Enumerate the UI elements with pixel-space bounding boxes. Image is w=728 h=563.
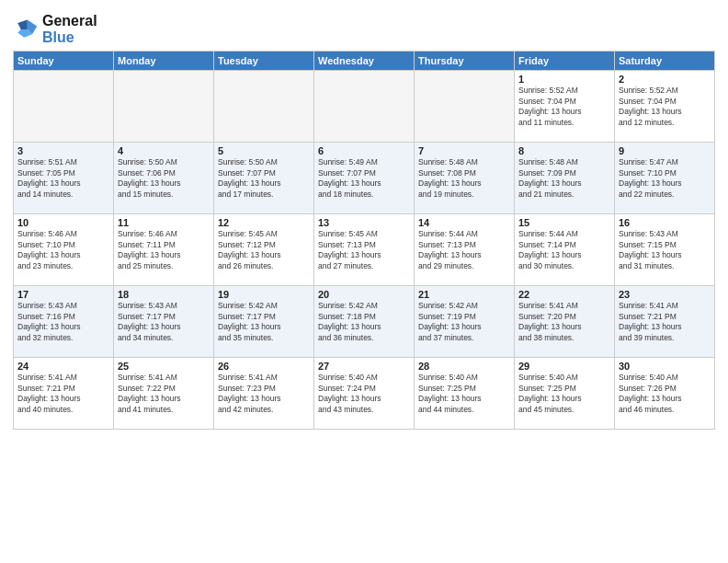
- day-info: Sunrise: 5:42 AM Sunset: 7:17 PM Dayligh…: [218, 301, 310, 343]
- day-info: Sunrise: 5:47 AM Sunset: 7:10 PM Dayligh…: [619, 157, 711, 200]
- day-info: Sunrise: 5:40 AM Sunset: 7:25 PM Dayligh…: [518, 373, 610, 415]
- calendar-cell: 14Sunrise: 5:44 AM Sunset: 7:13 PM Dayli…: [415, 214, 515, 286]
- calendar-cell: 4Sunrise: 5:50 AM Sunset: 7:06 PM Daylig…: [114, 143, 214, 214]
- day-number: 28: [418, 361, 510, 372]
- day-info: Sunrise: 5:48 AM Sunset: 7:09 PM Dayligh…: [518, 157, 610, 200]
- day-info: Sunrise: 5:42 AM Sunset: 7:18 PM Dayligh…: [318, 301, 410, 343]
- day-number: 26: [218, 361, 310, 372]
- calendar-cell: 9Sunrise: 5:47 AM Sunset: 7:10 PM Daylig…: [615, 143, 715, 214]
- calendar-cell: [14, 71, 114, 143]
- calendar-cell: 25Sunrise: 5:41 AM Sunset: 7:22 PM Dayli…: [114, 358, 214, 430]
- day-info: Sunrise: 5:41 AM Sunset: 7:21 PM Dayligh…: [619, 301, 711, 343]
- calendar-cell: 6Sunrise: 5:49 AM Sunset: 7:07 PM Daylig…: [314, 143, 415, 214]
- day-info: Sunrise: 5:43 AM Sunset: 7:16 PM Dayligh…: [17, 301, 109, 343]
- calendar-cell: 13Sunrise: 5:45 AM Sunset: 7:13 PM Dayli…: [314, 214, 415, 286]
- calendar-cell: 28Sunrise: 5:40 AM Sunset: 7:25 PM Dayli…: [415, 358, 515, 430]
- week-row-3: 17Sunrise: 5:43 AM Sunset: 7:16 PM Dayli…: [14, 286, 715, 358]
- day-number: 3: [17, 145, 109, 156]
- day-info: Sunrise: 5:48 AM Sunset: 7:08 PM Dayligh…: [418, 157, 510, 200]
- day-number: 4: [118, 145, 210, 156]
- calendar-cell: [415, 71, 515, 143]
- day-number: 2: [619, 74, 711, 85]
- calendar-cell: 27Sunrise: 5:40 AM Sunset: 7:24 PM Dayli…: [314, 358, 415, 430]
- day-number: 23: [619, 289, 711, 300]
- day-number: 24: [17, 361, 109, 372]
- calendar-cell: 17Sunrise: 5:43 AM Sunset: 7:16 PM Dayli…: [14, 286, 114, 358]
- calendar-cell: 1Sunrise: 5:52 AM Sunset: 7:04 PM Daylig…: [515, 71, 615, 143]
- day-info: Sunrise: 5:52 AM Sunset: 7:04 PM Dayligh…: [619, 86, 711, 128]
- day-number: 22: [518, 289, 610, 300]
- day-info: Sunrise: 5:51 AM Sunset: 7:05 PM Dayligh…: [17, 157, 109, 200]
- day-info: Sunrise: 5:46 AM Sunset: 7:11 PM Dayligh…: [118, 229, 210, 271]
- calendar-cell: 8Sunrise: 5:48 AM Sunset: 7:09 PM Daylig…: [515, 143, 615, 214]
- calendar-table: SundayMondayTuesdayWednesdayThursdayFrid…: [13, 51, 715, 430]
- day-info: Sunrise: 5:44 AM Sunset: 7:13 PM Dayligh…: [418, 229, 510, 271]
- day-info: Sunrise: 5:41 AM Sunset: 7:20 PM Dayligh…: [518, 301, 610, 343]
- header-cell-wednesday: Wednesday: [314, 52, 415, 71]
- calendar-cell: [214, 71, 314, 143]
- week-row-1: 3Sunrise: 5:51 AM Sunset: 7:05 PM Daylig…: [14, 143, 715, 214]
- day-info: Sunrise: 5:40 AM Sunset: 7:26 PM Dayligh…: [619, 373, 711, 415]
- calendar-cell: 24Sunrise: 5:41 AM Sunset: 7:21 PM Dayli…: [14, 358, 114, 430]
- logo-text: General Blue: [42, 13, 97, 45]
- calendar-cell: 15Sunrise: 5:44 AM Sunset: 7:14 PM Dayli…: [515, 214, 615, 286]
- header-cell-sunday: Sunday: [14, 52, 114, 71]
- day-info: Sunrise: 5:45 AM Sunset: 7:13 PM Dayligh…: [318, 229, 410, 271]
- calendar-cell: [114, 71, 214, 143]
- week-row-2: 10Sunrise: 5:46 AM Sunset: 7:10 PM Dayli…: [14, 214, 715, 286]
- week-row-0: 1Sunrise: 5:52 AM Sunset: 7:04 PM Daylig…: [14, 71, 715, 143]
- header-area: General Blue: [13, 9, 715, 45]
- calendar-body: 1Sunrise: 5:52 AM Sunset: 7:04 PM Daylig…: [14, 71, 715, 430]
- day-number: 14: [418, 217, 510, 228]
- calendar-cell: 18Sunrise: 5:43 AM Sunset: 7:17 PM Dayli…: [114, 286, 214, 358]
- day-number: 11: [118, 217, 210, 228]
- header-cell-thursday: Thursday: [415, 52, 515, 71]
- week-row-4: 24Sunrise: 5:41 AM Sunset: 7:21 PM Dayli…: [14, 358, 715, 430]
- day-info: Sunrise: 5:52 AM Sunset: 7:04 PM Dayligh…: [518, 86, 610, 128]
- day-number: 7: [418, 145, 510, 156]
- day-number: 19: [218, 289, 310, 300]
- day-number: 30: [619, 361, 711, 372]
- day-number: 21: [418, 289, 510, 300]
- calendar-cell: 29Sunrise: 5:40 AM Sunset: 7:25 PM Dayli…: [515, 358, 615, 430]
- header-cell-tuesday: Tuesday: [214, 52, 314, 71]
- day-info: Sunrise: 5:49 AM Sunset: 7:07 PM Dayligh…: [318, 157, 410, 200]
- calendar-header-row: SundayMondayTuesdayWednesdayThursdayFrid…: [14, 52, 715, 71]
- calendar-cell: 7Sunrise: 5:48 AM Sunset: 7:08 PM Daylig…: [415, 143, 515, 214]
- day-info: Sunrise: 5:45 AM Sunset: 7:12 PM Dayligh…: [218, 229, 310, 271]
- calendar-cell: 12Sunrise: 5:45 AM Sunset: 7:12 PM Dayli…: [214, 214, 314, 286]
- day-number: 13: [318, 217, 410, 228]
- day-info: Sunrise: 5:41 AM Sunset: 7:21 PM Dayligh…: [17, 373, 109, 415]
- day-info: Sunrise: 5:41 AM Sunset: 7:22 PM Dayligh…: [118, 373, 210, 415]
- day-number: 20: [318, 289, 410, 300]
- calendar-cell: 10Sunrise: 5:46 AM Sunset: 7:10 PM Dayli…: [14, 214, 114, 286]
- day-number: 10: [17, 217, 109, 228]
- calendar-cell: 23Sunrise: 5:41 AM Sunset: 7:21 PM Dayli…: [615, 286, 715, 358]
- day-info: Sunrise: 5:43 AM Sunset: 7:17 PM Dayligh…: [118, 301, 210, 343]
- calendar-cell: 3Sunrise: 5:51 AM Sunset: 7:05 PM Daylig…: [14, 143, 114, 214]
- calendar-cell: 21Sunrise: 5:42 AM Sunset: 7:19 PM Dayli…: [415, 286, 515, 358]
- day-info: Sunrise: 5:44 AM Sunset: 7:14 PM Dayligh…: [518, 229, 610, 271]
- logo-icon: [13, 17, 39, 42]
- day-number: 25: [118, 361, 210, 372]
- calendar-cell: 30Sunrise: 5:40 AM Sunset: 7:26 PM Dayli…: [615, 358, 715, 430]
- day-number: 8: [518, 145, 610, 156]
- header-cell-friday: Friday: [515, 52, 615, 71]
- day-info: Sunrise: 5:43 AM Sunset: 7:15 PM Dayligh…: [619, 229, 711, 271]
- logo: General Blue: [13, 13, 97, 45]
- calendar-cell: 11Sunrise: 5:46 AM Sunset: 7:11 PM Dayli…: [114, 214, 214, 286]
- day-number: 29: [518, 361, 610, 372]
- day-number: 17: [17, 289, 109, 300]
- day-number: 18: [118, 289, 210, 300]
- day-number: 15: [518, 217, 610, 228]
- page: General Blue SundayMondayTuesdayWednesda…: [0, 0, 728, 563]
- calendar-cell: 16Sunrise: 5:43 AM Sunset: 7:15 PM Dayli…: [615, 214, 715, 286]
- header-cell-saturday: Saturday: [615, 52, 715, 71]
- header-cell-monday: Monday: [114, 52, 214, 71]
- calendar-cell: 19Sunrise: 5:42 AM Sunset: 7:17 PM Dayli…: [214, 286, 314, 358]
- calendar-cell: 5Sunrise: 5:50 AM Sunset: 7:07 PM Daylig…: [214, 143, 314, 214]
- calendar-cell: 20Sunrise: 5:42 AM Sunset: 7:18 PM Dayli…: [314, 286, 415, 358]
- day-number: 9: [619, 145, 711, 156]
- calendar-cell: 22Sunrise: 5:41 AM Sunset: 7:20 PM Dayli…: [515, 286, 615, 358]
- day-info: Sunrise: 5:50 AM Sunset: 7:06 PM Dayligh…: [118, 157, 210, 200]
